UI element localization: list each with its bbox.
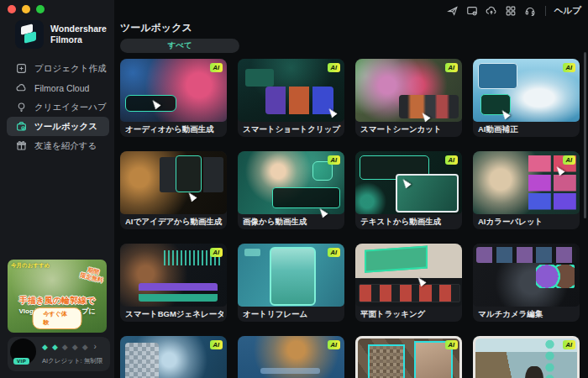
- filter-all-tab[interactable]: すべて: [120, 39, 239, 53]
- tool-card-row4-4[interactable]: AI: [473, 336, 580, 378]
- cloud-upload-icon[interactable]: [485, 4, 498, 18]
- tool-card-multicam-editing[interactable]: マルチカメラ編集: [473, 244, 580, 322]
- page-title: ツールボックス: [120, 21, 192, 35]
- tool-thumbnail: [473, 244, 580, 307]
- app-logo: WondershareFilmora: [15, 20, 107, 49]
- close-window-button[interactable]: [8, 5, 16, 13]
- tool-thumbnail: [355, 244, 462, 307]
- banner-cta-button[interactable]: 今すぐ体験: [33, 307, 82, 329]
- tool-label: マルチカメラ編集: [478, 309, 576, 320]
- filmora-logo-icon: [15, 20, 44, 49]
- perk-icon: ◆: [62, 344, 68, 351]
- promo-banner[interactable]: 今月のおすすめ 期間限定無料 手描き風の輪郭線で Vlogがふんわりポップに 今…: [8, 260, 107, 333]
- sidebar-nav: プロジェクト作成 Filmora Cloud クリエイターハブ ツールボックス …: [7, 59, 109, 155]
- vip-badge: VIP: [13, 358, 29, 365]
- top-toolbar: ヘルプ: [446, 4, 581, 18]
- tool-card-row4-1[interactable]: AI: [120, 336, 227, 378]
- tool-card-text-to-video[interactable]: AI テキストから動画生成: [355, 151, 462, 229]
- toolbar-divider: [545, 6, 546, 16]
- perk-icon: ◆: [42, 344, 48, 351]
- ai-badge: AI: [210, 248, 223, 257]
- tool-card-smart-scene-cut[interactable]: AI スマートシーンカット: [355, 59, 462, 137]
- tool-label: スマートショートクリップ: [243, 124, 341, 135]
- cloud-icon: [16, 82, 27, 93]
- ai-badge: AI: [563, 340, 576, 349]
- sidebar-item-label: クリエイターハブ: [34, 102, 107, 113]
- tool-label: スマートシーンカット: [360, 124, 459, 135]
- send-feedback-icon[interactable]: [446, 4, 459, 18]
- tool-card-image-to-video[interactable]: AI 画像から動画生成: [238, 151, 344, 229]
- tool-label: AIでアイデアから動画生成: [125, 217, 223, 228]
- screen-recorder-icon[interactable]: [465, 4, 479, 18]
- chevron-right-icon[interactable]: ›: [94, 343, 97, 351]
- banner-headline-1: 手描き風の輪郭線で: [8, 295, 107, 307]
- account-panel[interactable]: VIP ◆ ◆ ◆ ◆ ◆ › AIクレジット: 無制限: [8, 337, 110, 371]
- perk-icon: ◆: [72, 344, 78, 351]
- ai-badge: AI: [563, 63, 576, 72]
- sidebar-item-label: ツールボックス: [34, 121, 97, 133]
- ai-badge: AI: [210, 63, 223, 72]
- sidebar-item-label: 友達を紹介する: [34, 140, 97, 152]
- sidebar-item-create-project[interactable]: プロジェクト作成: [7, 59, 109, 78]
- lightbulb-icon: [16, 102, 27, 113]
- ai-badge: AI: [445, 155, 459, 165]
- gift-icon: [16, 140, 27, 151]
- tool-card-row4-3[interactable]: AI: [355, 336, 462, 378]
- tool-label: テキストから動画生成: [360, 217, 459, 228]
- perk-icon: ◆: [82, 344, 88, 351]
- sidebar-item-label: プロジェクト作成: [34, 63, 106, 75]
- tool-card-ai-video-enhance[interactable]: AI AI動画補正: [473, 59, 580, 137]
- support-headset-icon[interactable]: [523, 4, 537, 18]
- minimize-window-button[interactable]: [22, 5, 30, 13]
- perk-icon: ◆: [52, 344, 58, 351]
- tool-label: オートリフレーム: [243, 309, 341, 320]
- new-project-icon: [16, 63, 27, 74]
- main-content: ヘルプ ツールボックス すべて AI オーディオから動画生成 AI スマートショ…: [114, 0, 588, 378]
- sidebar-item-creator-hub[interactable]: クリエイターハブ: [7, 97, 109, 117]
- ai-credit-label: AIクレジット: 無制限: [42, 357, 102, 365]
- tool-label: AI動画補正: [478, 124, 576, 135]
- sidebar-item-toolbox[interactable]: ツールボックス: [7, 117, 109, 136]
- sidebar: WondershareFilmora プロジェクト作成 Filmora Clou…: [0, 0, 114, 378]
- help-button[interactable]: ヘルプ: [554, 5, 581, 17]
- banner-ribbon: 期間限定無料: [79, 265, 105, 284]
- tool-card-auto-reframe[interactable]: AI オートリフレーム: [238, 244, 344, 322]
- toolbox-icon: [16, 121, 27, 132]
- tool-label: 平面トラッキング: [360, 309, 459, 320]
- ai-badge: AI: [210, 340, 223, 349]
- ai-badge: AI: [445, 63, 459, 72]
- vertical-scrollbar[interactable]: [584, 52, 586, 218]
- sidebar-item-label: Filmora Cloud: [34, 83, 89, 93]
- tool-card-planar-tracking[interactable]: 平面トラッキング: [355, 244, 462, 322]
- tools-grid: AI オーディオから動画生成 AI スマートショートクリップ AI スマートシー…: [120, 59, 580, 378]
- tool-card-row4-2[interactable]: AI: [238, 336, 344, 378]
- tool-card-idea-to-video[interactable]: AIでアイデアから動画生成: [120, 151, 227, 229]
- app-logo-text: WondershareFilmora: [50, 24, 107, 45]
- zoom-window-button[interactable]: [36, 5, 45, 13]
- ai-badge: AI: [563, 155, 576, 165]
- ai-badge: AI: [328, 155, 341, 165]
- apps-grid-icon[interactable]: [504, 4, 517, 18]
- tool-card-smart-bgm-generator[interactable]: AI スマートBGMジェネレーター: [120, 244, 227, 322]
- ai-badge: AI: [445, 340, 459, 349]
- tool-card-audio-to-video[interactable]: AI オーディオから動画生成: [120, 59, 227, 137]
- sidebar-item-refer-friend[interactable]: 友達を紹介する: [7, 136, 109, 155]
- tool-card-ai-color-palette[interactable]: AI AIカラーパレット: [473, 151, 580, 229]
- membership-perk-icons: ◆ ◆ ◆ ◆ ◆ ›: [42, 343, 97, 351]
- tool-card-smart-short-clips[interactable]: AI スマートショートクリップ: [238, 59, 344, 137]
- window-controls: [8, 5, 45, 13]
- ai-badge: AI: [328, 340, 341, 349]
- tool-label: AIカラーパレット: [478, 217, 576, 228]
- banner-tag: 今月のおすすめ: [11, 262, 50, 270]
- ai-badge: AI: [328, 63, 341, 72]
- sidebar-item-filmora-cloud[interactable]: Filmora Cloud: [7, 78, 109, 97]
- tool-thumbnail: [120, 151, 227, 214]
- tool-label: 画像から動画生成: [243, 217, 341, 228]
- ai-badge: AI: [328, 248, 341, 257]
- tool-label: オーディオから動画生成: [125, 124, 223, 135]
- tool-label: スマートBGMジェネレーター: [125, 309, 223, 320]
